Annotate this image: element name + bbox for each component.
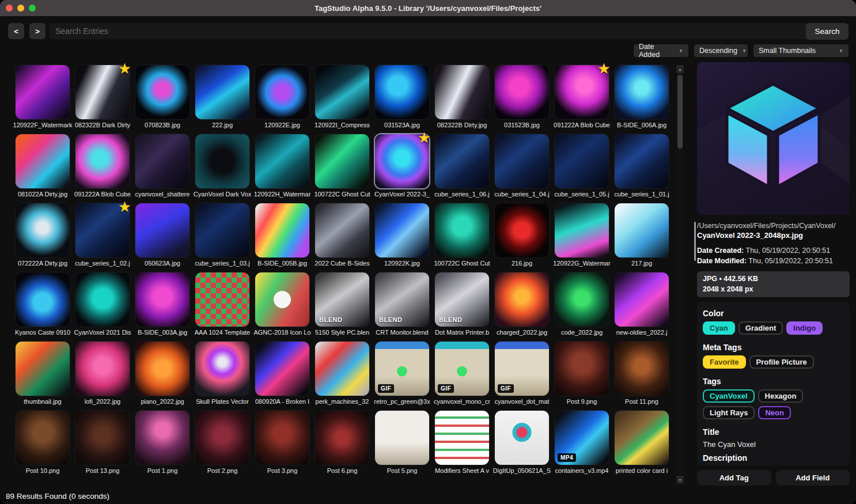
favorite-star-icon: ★ (118, 61, 131, 76)
panel-resize-handle[interactable]: ······ (697, 215, 850, 222)
thumbnail-image[interactable] (495, 272, 549, 327)
thumbnail-image[interactable] (255, 134, 309, 188)
panel-scrollbar-thumb[interactable] (694, 222, 696, 261)
thumbnail-image[interactable]: ★ (75, 65, 130, 119)
thumbnail-image[interactable] (135, 272, 190, 327)
thumbnail-image[interactable] (435, 203, 489, 257)
thumbnail-image[interactable] (495, 411, 549, 465)
thumbnail-image[interactable] (435, 411, 489, 465)
thumbnail-image[interactable] (315, 134, 369, 188)
thumbnail-image[interactable] (195, 411, 249, 465)
grid-item: ★CyanVoxel 2022-3_ (372, 134, 432, 199)
tag-profile-picture[interactable]: Profile Picture (749, 355, 814, 369)
thumbnail-image[interactable]: BLEND (315, 272, 369, 327)
thumbnail-image[interactable]: ★ (75, 203, 130, 257)
thumbnail-image[interactable] (16, 203, 70, 257)
thumbnail-image[interactable] (135, 134, 190, 188)
tag-neon[interactable]: Neon (758, 406, 791, 419)
thumbnail-image[interactable] (135, 65, 190, 119)
thumbnail-image[interactable] (16, 342, 70, 396)
thumbnail-size-dropdown[interactable]: Small Thumbnails ▼ (753, 44, 849, 57)
grid-scrollbar[interactable]: ▲ ▼ (676, 65, 684, 484)
thumbnail-image[interactable] (135, 342, 190, 396)
thumbnail-image[interactable] (555, 134, 609, 188)
thumbnail-image[interactable] (555, 203, 609, 257)
thumbnail-image[interactable] (195, 203, 249, 257)
thumbnail-image[interactable] (615, 272, 669, 327)
thumbnail-image[interactable] (255, 411, 309, 465)
thumbnail-image[interactable] (615, 203, 669, 257)
thumbnail-image[interactable] (16, 272, 70, 327)
tag-light-rays[interactable]: Light Rays (703, 406, 755, 419)
thumbnail-image[interactable] (435, 134, 489, 188)
thumbnail-image[interactable] (195, 65, 249, 119)
grid-item: Post 13.png (73, 411, 132, 475)
search-input[interactable] (50, 23, 807, 39)
sort-field-dropdown[interactable]: Date Added ▼ (634, 44, 688, 57)
thumbnail-image[interactable] (435, 65, 489, 119)
back-button[interactable]: < (8, 23, 24, 39)
thumbnail-image[interactable] (255, 203, 309, 257)
preview-image[interactable] (697, 62, 850, 215)
thumbnail-image[interactable] (16, 65, 70, 119)
thumbnail-image[interactable] (195, 272, 249, 327)
thumbnail-image[interactable] (375, 65, 429, 119)
tag-gradient[interactable]: Gradient (738, 321, 783, 335)
scroll-up-icon[interactable]: ▲ (676, 65, 684, 73)
thumbnail-image[interactable] (495, 65, 549, 119)
add-tag-button[interactable]: Add Tag (697, 470, 771, 486)
thumbnail-image[interactable] (75, 134, 130, 188)
thumbnail-image[interactable]: GIF (495, 342, 549, 396)
thumbnail-image[interactable] (135, 203, 190, 257)
tag-cyan[interactable]: Cyan (703, 321, 735, 335)
scrollbar-thumb[interactable] (677, 75, 683, 149)
thumbnail-image[interactable]: GIF (435, 342, 489, 396)
thumbnail-image[interactable] (555, 272, 609, 327)
thumbnail-image[interactable] (615, 342, 669, 396)
thumbnail-image[interactable] (555, 342, 609, 396)
close-window-icon[interactable] (6, 5, 13, 12)
thumbnail-image[interactable] (375, 411, 429, 465)
thumbnail-filename: 5150 Style PC.blen (312, 329, 372, 336)
thumbnail-image[interactable] (315, 342, 369, 396)
thumbnail-image[interactable] (255, 65, 309, 119)
thumbnail-image[interactable] (75, 342, 130, 396)
tag-cyanvoxel[interactable]: CyanVoxel (703, 389, 755, 403)
thumbnail-image[interactable] (255, 342, 309, 396)
thumbnail-image[interactable] (315, 65, 369, 119)
thumbnail-image[interactable] (375, 203, 429, 257)
thumbnail-image[interactable] (16, 134, 70, 188)
thumbnail-image[interactable]: GIF (375, 342, 429, 396)
thumbnail-image[interactable] (255, 272, 309, 327)
minimize-window-icon[interactable] (17, 5, 24, 12)
thumbnail-image[interactable]: MP4 (555, 411, 609, 465)
sort-order-dropdown[interactable]: Descending ▼ (694, 44, 748, 57)
zoom-window-icon[interactable] (29, 5, 36, 12)
thumbnail-image[interactable] (135, 411, 190, 465)
thumbnail-filename: printed color card i (612, 467, 672, 474)
tag-indigo[interactable]: Indigo (786, 321, 823, 335)
thumbnail-image[interactable] (16, 411, 70, 465)
thumbnail-image[interactable] (315, 203, 369, 257)
thumbnail-image[interactable] (315, 411, 369, 465)
forward-button[interactable]: > (29, 23, 46, 39)
thumbnail-image[interactable] (195, 342, 249, 396)
thumbnail-image[interactable] (195, 134, 249, 188)
scroll-down-icon[interactable]: ▼ (676, 476, 684, 484)
thumbnail-image[interactable] (75, 411, 130, 465)
grid-item: ★082322B Dark Dirty (73, 65, 132, 130)
thumbnail-image[interactable] (495, 134, 549, 188)
thumbnail-image[interactable] (615, 411, 669, 465)
thumbnail-image[interactable]: BLEND (435, 272, 489, 327)
thumbnail-image[interactable]: ★ (555, 65, 609, 119)
thumbnail-image[interactable]: ★ (375, 134, 429, 188)
add-field-button[interactable]: Add Field (776, 470, 850, 486)
search-button[interactable]: Search (806, 23, 849, 40)
thumbnail-image[interactable] (75, 272, 130, 327)
tag-favorite[interactable]: Favorite (703, 355, 746, 369)
thumbnail-image[interactable] (495, 203, 549, 257)
tag-hexagon[interactable]: Hexagon (758, 389, 804, 403)
thumbnail-image[interactable]: BLEND (375, 272, 429, 327)
thumbnail-image[interactable] (615, 134, 669, 188)
thumbnail-image[interactable] (615, 65, 669, 119)
